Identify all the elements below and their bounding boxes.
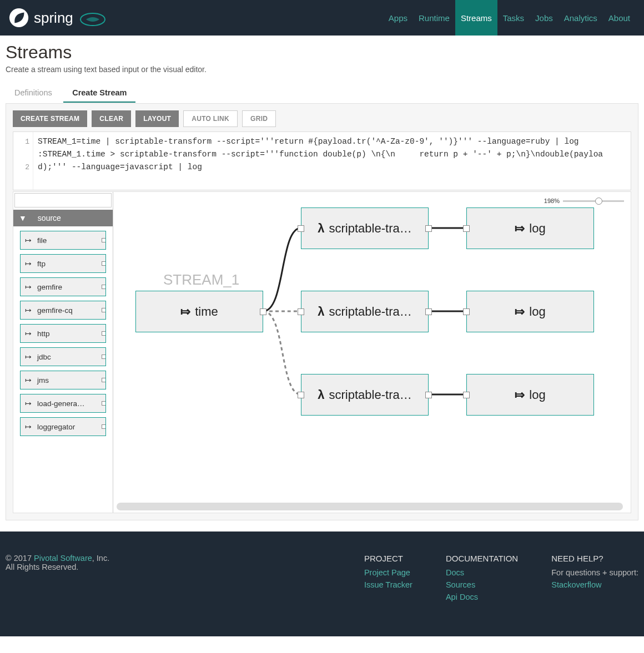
- palette-item-http[interactable]: ↦http: [20, 324, 106, 343]
- sources-link[interactable]: Sources: [446, 580, 475, 589]
- node-time[interactable]: ⤇ time: [135, 291, 263, 332]
- port-icon: [102, 308, 106, 312]
- zoom-value: 198%: [544, 198, 560, 204]
- palette-item-load-generator[interactable]: ↦load-genera…: [20, 394, 106, 413]
- palette-item-jdbc[interactable]: ↦jdbc: [20, 347, 106, 366]
- zoom-thumb[interactable]: [595, 198, 602, 205]
- input-port[interactable]: [463, 308, 470, 315]
- palette-item-loggregator[interactable]: ↦loggregator: [20, 417, 106, 436]
- nav-tasks[interactable]: Tasks: [497, 0, 530, 36]
- footer: © 2017 Pivotal Software, Inc. All Rights…: [0, 531, 644, 636]
- node-scriptable-1[interactable]: λ scriptable-tra…: [301, 207, 429, 249]
- mapsto-icon: ⤇: [515, 388, 525, 402]
- node-log-2[interactable]: ⤇ log: [466, 291, 594, 332]
- mapsto-icon: ⤇: [515, 305, 525, 319]
- project-page-link[interactable]: Project Page: [364, 568, 410, 577]
- stackoverflow-link[interactable]: Stackoverflow: [551, 580, 601, 589]
- nav-runtime[interactable]: Runtime: [413, 0, 455, 36]
- clear-button[interactable]: Clear: [92, 110, 131, 127]
- node-log-1[interactable]: ⤇ log: [466, 207, 594, 249]
- port-icon: [102, 401, 106, 406]
- line-gutter: 12: [13, 132, 33, 190]
- logo: spring: [8, 7, 108, 28]
- chevron-down-icon: ▼: [19, 214, 27, 222]
- brand-text: spring: [34, 9, 73, 27]
- palette-item-gemfire[interactable]: ↦gemfire: [20, 277, 106, 296]
- port-icon: [102, 238, 106, 242]
- page-subtitle: Create a stream using text based input o…: [6, 65, 638, 74]
- nav-streams[interactable]: Streams: [455, 0, 497, 36]
- mapsto-icon: ↦: [25, 376, 32, 384]
- create-stream-button[interactable]: Create Stream: [13, 110, 87, 127]
- footer-docs: DOCUMENTATION Docs Sources Api Docs: [446, 554, 518, 603]
- node-label: log: [529, 305, 545, 319]
- input-port[interactable]: [298, 392, 304, 398]
- palette-list[interactable]: ↦file ↦ftp ↦gemfire ↦gemfire-cq ↦http ↦j…: [13, 226, 113, 513]
- zoom-slider[interactable]: [563, 200, 624, 202]
- nav-jobs[interactable]: Jobs: [530, 0, 559, 36]
- horizontal-scrollbar[interactable]: [117, 503, 623, 510]
- port-icon: [102, 378, 106, 382]
- footer-help: NEED HELP? For questions + support: Stac…: [551, 554, 638, 603]
- output-port[interactable]: [425, 308, 432, 315]
- port-icon: [102, 261, 106, 266]
- app-header: spring Apps Runtime Streams Tasks Jobs A…: [0, 0, 644, 36]
- port-icon: [102, 424, 106, 429]
- issue-tracker-link[interactable]: Issue Tracker: [364, 580, 412, 589]
- palette-section-header[interactable]: ▼ source: [13, 210, 113, 226]
- mapsto-icon: ↦: [25, 306, 32, 315]
- mapsto-icon: ↦: [25, 236, 32, 245]
- toolbar: Create Stream Clear Layout Auto Link Gri…: [13, 110, 631, 127]
- zoom-control[interactable]: 198%: [544, 198, 624, 204]
- palette-item-gemfire-cq[interactable]: ↦gemfire-cq: [20, 301, 106, 320]
- input-port[interactable]: [298, 308, 304, 315]
- editor-frame: Create Stream Clear Layout Auto Link Gri…: [6, 103, 638, 520]
- nav-apps[interactable]: Apps: [383, 0, 413, 36]
- grid-button[interactable]: Grid: [242, 110, 276, 127]
- palette-item-ftp[interactable]: ↦ftp: [20, 254, 106, 273]
- node-log-3[interactable]: ⤇ log: [466, 374, 594, 416]
- node-label: scriptable-tra…: [329, 305, 412, 319]
- main-nav: Apps Runtime Streams Tasks Jobs Analytic…: [383, 0, 636, 36]
- output-port[interactable]: [425, 392, 432, 398]
- port-icon: [102, 355, 106, 359]
- tab-definitions[interactable]: Definitions: [6, 84, 61, 102]
- nav-analytics[interactable]: Analytics: [559, 0, 603, 36]
- node-label: scriptable-tra…: [329, 221, 412, 236]
- docs-link[interactable]: Docs: [446, 568, 464, 577]
- palette-item-file[interactable]: ↦file: [20, 231, 106, 250]
- palette: ▼ source ↦file ↦ftp ↦gemfire ↦gemfire-cq…: [13, 192, 113, 513]
- node-label: scriptable-tra…: [329, 388, 412, 402]
- dsl-text-editor[interactable]: 12 STREAM_1=time | scriptable-transform …: [13, 131, 631, 190]
- cloud-icon: [78, 8, 108, 27]
- palette-search-input[interactable]: [14, 193, 112, 207]
- pivotal-link[interactable]: Pivotal Software: [34, 554, 92, 563]
- mapsto-icon: ↦: [25, 422, 32, 431]
- input-port[interactable]: [298, 225, 304, 232]
- tab-create-stream[interactable]: Create Stream: [63, 84, 135, 103]
- mapsto-icon: ↦: [25, 282, 32, 291]
- output-port[interactable]: [260, 308, 266, 315]
- lambda-icon: λ: [318, 388, 324, 402]
- node-scriptable-3[interactable]: λ scriptable-tra…: [301, 374, 429, 416]
- autolink-button[interactable]: Auto Link: [183, 110, 238, 127]
- page-body: Streams Create a stream using text based…: [0, 36, 644, 531]
- lambda-icon: λ: [318, 305, 324, 319]
- node-scriptable-2[interactable]: λ scriptable-tra…: [301, 291, 429, 332]
- code-text[interactable]: STREAM_1=time | scriptable-transform --s…: [33, 132, 631, 190]
- tabs: Definitions Create Stream: [6, 84, 638, 103]
- api-docs-link[interactable]: Api Docs: [446, 593, 478, 601]
- nav-about[interactable]: About: [603, 0, 636, 36]
- input-port[interactable]: [463, 392, 470, 398]
- palette-section-label: source: [38, 214, 61, 222]
- mapsto-icon: ⤇: [515, 221, 525, 236]
- mapsto-icon: ↦: [25, 399, 32, 408]
- layout-button[interactable]: Layout: [135, 110, 179, 127]
- input-port[interactable]: [463, 225, 470, 232]
- node-label: log: [529, 388, 545, 402]
- lambda-icon: λ: [318, 221, 324, 236]
- output-port[interactable]: [425, 225, 432, 232]
- palette-item-jms[interactable]: ↦jms: [20, 371, 106, 389]
- mapsto-icon: ↦: [25, 352, 32, 361]
- flow-canvas[interactable]: 198% STREAM_1 ⤇ time: [113, 192, 631, 513]
